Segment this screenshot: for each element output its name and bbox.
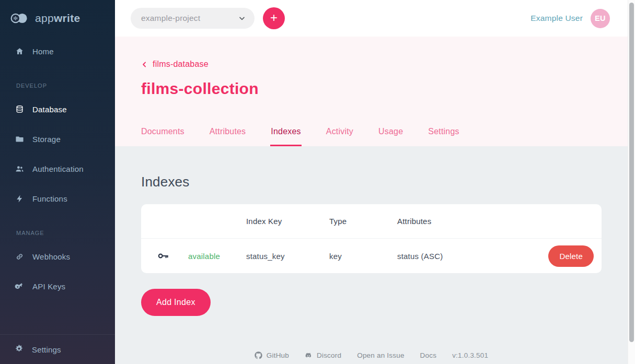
project-selector-value: example-project bbox=[141, 14, 200, 23]
sidebar-item-label: Webhooks bbox=[32, 252, 70, 261]
sidebar-item-label: Home bbox=[32, 47, 54, 56]
sidebar-item-functions[interactable]: Functions bbox=[0, 184, 115, 214]
footer-link-open-issue[interactable]: Open an Issue bbox=[357, 351, 404, 359]
footer-link-label: Open an Issue bbox=[357, 351, 404, 359]
sidebar-item-label: Settings bbox=[32, 345, 61, 354]
lightning-icon bbox=[15, 194, 24, 204]
users-icon bbox=[15, 165, 24, 174]
footer-link-label: Docs bbox=[420, 351, 437, 359]
avatar-initials: EU bbox=[595, 14, 606, 22]
discord-icon bbox=[305, 351, 313, 359]
sidebar-item-home[interactable]: Home bbox=[0, 37, 115, 66]
section-heading: Indexes bbox=[141, 174, 602, 190]
main-column: example-project + Example User EU films-… bbox=[115, 0, 628, 364]
delete-button[interactable]: Delete bbox=[548, 245, 594, 267]
column-attributes: Attributes bbox=[397, 217, 531, 226]
column-index-key: Index Key bbox=[246, 217, 329, 226]
gear-icon bbox=[15, 344, 24, 355]
sidebar-item-storage[interactable]: Storage bbox=[0, 124, 115, 154]
chevron-left-icon bbox=[141, 61, 148, 68]
table-header-row: Index Key Type Attributes bbox=[141, 204, 602, 239]
key-icon bbox=[15, 282, 24, 291]
content-area: Indexes Index Key Type Attributes availa… bbox=[115, 146, 628, 364]
sidebar-item-label: API Keys bbox=[32, 282, 65, 291]
sidebar-item-authentication[interactable]: Authentication bbox=[0, 154, 115, 184]
sidebar-item-database[interactable]: Database bbox=[0, 95, 115, 124]
page-header: films-database films-collection Document… bbox=[115, 37, 628, 146]
footer-link-label: Discord bbox=[317, 351, 341, 359]
footer-link-label: GitHub bbox=[267, 351, 289, 359]
index-type-value: key bbox=[329, 252, 397, 261]
topbar: example-project + Example User EU bbox=[115, 0, 628, 37]
link-icon bbox=[15, 252, 24, 262]
table-row: available status_key key status (ASC) De… bbox=[141, 239, 602, 273]
avatar[interactable]: EU bbox=[591, 9, 610, 28]
footer-link-docs[interactable]: Docs bbox=[420, 351, 437, 359]
scrollbar[interactable] bbox=[628, 0, 635, 364]
tab-usage[interactable]: Usage bbox=[378, 117, 403, 146]
folder-icon bbox=[15, 135, 24, 144]
tab-settings[interactable]: Settings bbox=[428, 117, 459, 146]
github-icon bbox=[255, 351, 262, 359]
breadcrumb-label: films-database bbox=[153, 60, 209, 69]
sidebar-section-develop: DEVELOP bbox=[0, 77, 115, 95]
sidebar-item-settings[interactable]: Settings bbox=[0, 334, 115, 364]
appwrite-logo-icon bbox=[9, 11, 30, 25]
breadcrumb[interactable]: films-database bbox=[141, 60, 209, 69]
index-status: available bbox=[188, 252, 246, 261]
page-title: films-collection bbox=[141, 80, 628, 98]
home-icon bbox=[15, 47, 24, 56]
appwrite-logo-text: appwrite bbox=[35, 12, 80, 25]
tab-indexes[interactable]: Indexes bbox=[271, 117, 301, 146]
scrollbar-thumb[interactable] bbox=[629, 3, 634, 342]
version-label: v:1.0.3.501 bbox=[452, 351, 488, 359]
footer-link-github[interactable]: GitHub bbox=[255, 351, 289, 359]
column-type: Type bbox=[329, 217, 397, 226]
footer: GitHub Discord Open an Issue Docs v:1.0.… bbox=[141, 351, 602, 364]
plus-icon: + bbox=[270, 11, 278, 24]
tab-activity[interactable]: Activity bbox=[326, 117, 353, 146]
sidebar-item-label: Functions bbox=[32, 194, 67, 203]
sidebar-item-label: Authentication bbox=[32, 165, 84, 173]
tab-attributes[interactable]: Attributes bbox=[210, 117, 246, 146]
tab-documents[interactable]: Documents bbox=[141, 117, 184, 146]
add-index-button[interactable]: Add Index bbox=[141, 289, 211, 316]
user-area: Example User EU bbox=[530, 9, 610, 28]
tab-bar: Documents Attributes Indexes Activity Us… bbox=[141, 117, 628, 146]
sidebar-item-webhooks[interactable]: Webhooks bbox=[0, 242, 115, 272]
project-selector[interactable]: example-project bbox=[131, 8, 255, 29]
footer-link-discord[interactable]: Discord bbox=[305, 351, 341, 359]
add-project-button[interactable]: + bbox=[263, 7, 285, 29]
sidebar: appwrite Home DEVELOP Database Storage bbox=[0, 0, 115, 364]
index-key-value: status_key bbox=[246, 252, 329, 261]
key-icon bbox=[157, 250, 188, 262]
user-menu-link[interactable]: Example User bbox=[530, 14, 583, 23]
indexes-table: Index Key Type Attributes available stat… bbox=[141, 204, 602, 273]
sidebar-item-label: Database bbox=[32, 105, 67, 114]
sidebar-item-api-keys[interactable]: API Keys bbox=[0, 272, 115, 301]
sidebar-section-manage: MANAGE bbox=[0, 224, 115, 242]
chevron-down-icon bbox=[238, 14, 246, 22]
database-icon bbox=[15, 105, 24, 114]
sidebar-item-label: Storage bbox=[32, 135, 61, 144]
appwrite-logo[interactable]: appwrite bbox=[0, 0, 115, 37]
index-attributes-value: status (ASC) bbox=[397, 252, 531, 261]
